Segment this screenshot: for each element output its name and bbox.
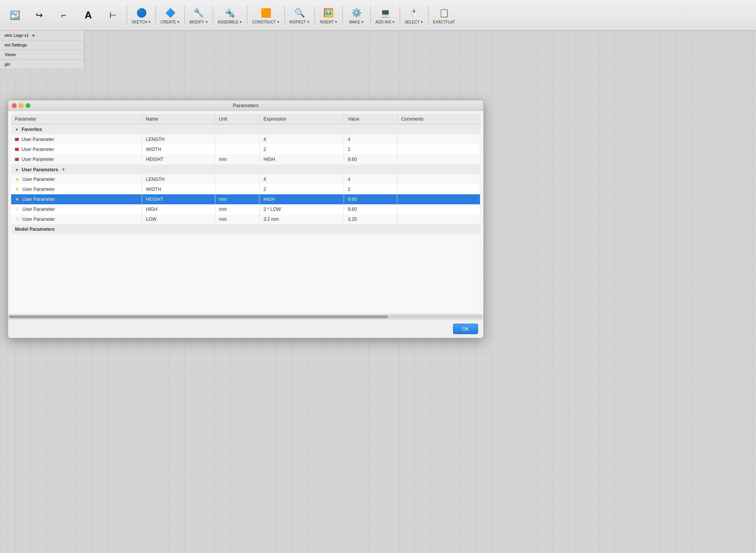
scrollbar-thumb[interactable] [9, 315, 388, 318]
tab-gin[interactable]: gin [0, 60, 84, 69]
make-arrow: ▼ [361, 20, 364, 24]
up-param-3-text: User Parameter [22, 197, 55, 202]
section-model-parameters[interactable]: Model Parameters [11, 224, 480, 234]
up-comments-4 [397, 204, 480, 214]
table-row[interactable]: ☆ User Parameter HIGH mm 3 * LOW 9.60 [11, 204, 480, 214]
up-param-5: ☆ User Parameter [11, 214, 142, 224]
up-param-4-text: User Parameter [22, 207, 55, 212]
select-icon: 🖱️ [407, 6, 421, 20]
trim-icon: ⌐ [57, 8, 71, 22]
dialog-titlebar: Parameters [8, 100, 483, 111]
fav-name-3: HEIGHT [142, 154, 215, 164]
up-unit-3: mm [215, 194, 260, 204]
sketch-icon: 🔵 [134, 6, 148, 20]
up-comments-2 [397, 184, 480, 194]
table-row-empty [11, 234, 480, 311]
horizontal-scrollbar[interactable] [8, 314, 483, 320]
tab-settings[interactable]: ent Settings [0, 40, 84, 50]
fav-comments-3 [397, 154, 480, 164]
make-icon: ⚙️ [350, 6, 364, 20]
left-panel: etric Lego v1 ✕ ent Settings Views gin [0, 31, 84, 69]
up-param-2-text: User Parameter [22, 187, 55, 192]
up-expr-1: 4 [260, 174, 344, 184]
toolbar-select[interactable]: 🖱️ SELECT ▼ [402, 5, 426, 26]
up-comments-1 [397, 174, 480, 184]
toolbar-make[interactable]: ⚙️ MAKE ▼ [345, 5, 368, 26]
table-row[interactable]: User Parameter WIDTH 2 2 [11, 144, 480, 154]
toolbar-undo[interactable]: ↩️ [3, 7, 26, 24]
section-user-parameters[interactable]: ▼ User Parameters + [11, 164, 480, 174]
toolbar-text[interactable]: A [77, 7, 100, 24]
scrollbar-track[interactable] [9, 315, 483, 318]
minimize-button[interactable] [19, 103, 23, 108]
close-button[interactable] [12, 103, 17, 108]
toolbar-history[interactable]: ↪ [28, 7, 51, 24]
fav-param-3: User Parameter [11, 154, 142, 164]
fav-param-2: User Parameter [11, 144, 142, 154]
fav-name-2: WIDTH [142, 144, 215, 154]
up-value-2: 2 [344, 184, 397, 194]
tab-close-icon[interactable]: ✕ [32, 33, 35, 38]
maximize-button[interactable] [26, 103, 30, 108]
sketch-label: SKETCH ▼ [132, 20, 151, 24]
up-comments-3 [397, 194, 480, 204]
fav-param-1: User Parameter [11, 134, 142, 144]
up-expr-2: 2 [260, 184, 344, 194]
insert-label: INSERT ▼ [320, 20, 337, 24]
toolbar-insert[interactable]: 🖼️ INSERT ▼ [317, 5, 340, 26]
toolbar-modify[interactable]: 🔧 MODIFY ▼ [187, 5, 210, 26]
sep11 [428, 6, 428, 25]
favorites-collapse-arrow[interactable]: ▼ [15, 127, 19, 132]
toolbar-create[interactable]: 🔷 CREATE ▼ [158, 5, 182, 26]
toolbar-dim[interactable]: ⊢ [101, 7, 124, 24]
tab-document[interactable]: etric Lego v1 ✕ [0, 31, 84, 40]
text-icon: A [81, 8, 95, 22]
sep8 [342, 6, 343, 25]
fav-comments-1 [397, 134, 480, 144]
exactflat-label: EXACTFLAT [433, 20, 455, 24]
col-unit: Unit [215, 114, 260, 124]
user-params-label: User Parameters [22, 167, 58, 172]
table-container[interactable]: Parameter Name Unit Expression Value Com… [8, 111, 483, 314]
section-favorites[interactable]: ▼ Favorites [11, 124, 480, 134]
toolbar-addins[interactable]: 💻 ADD-INS ▼ [373, 5, 397, 26]
toolbar: ↩️ ↪ ⌐ A ⊢ 🔵 SKETCH ▼ 🔷 CREATE ▼ 🔧 MODIF… [0, 0, 756, 31]
up-name-3: HEIGHT [142, 194, 215, 204]
toolbar-exactflat[interactable]: 📋 EXACTFLAT [431, 5, 457, 26]
table-row[interactable]: ★ User Parameter WIDTH 2 2 [11, 184, 480, 194]
red-rect-icon [15, 138, 19, 141]
modify-label: MODIFY ▼ [189, 20, 208, 24]
sep6 [285, 6, 285, 25]
user-params-collapse-arrow[interactable]: ▼ [15, 168, 19, 172]
ok-button[interactable]: OK [453, 324, 478, 334]
star-icon: ★ [15, 196, 20, 202]
add-user-param-button[interactable]: + [62, 166, 65, 172]
table-row[interactable]: User Parameter LENGTH 4 4 [11, 134, 480, 144]
toolbar-assemble[interactable]: 🔩 ASSEMBLE ▼ [215, 5, 245, 26]
dimension-icon: ⊢ [106, 8, 120, 22]
sep10 [400, 6, 400, 25]
fav-unit-1 [215, 134, 260, 144]
dialog-footer: OK [8, 320, 483, 338]
star-icon: ★ [15, 176, 20, 182]
tab-settings-label: ent Settings [5, 43, 27, 47]
toolbar-sketch[interactable]: 🔵 SKETCH ▼ [129, 5, 153, 26]
tab-views[interactable]: Views [0, 50, 84, 60]
table-row[interactable]: User Parameter HEIGHT mm HIGH 9.60 [11, 154, 480, 164]
up-name-1: LENGTH [142, 174, 215, 184]
toolbar-inspect[interactable]: 🔍 INSPECT ▼ [287, 5, 312, 26]
toolbar-trim[interactable]: ⌐ [52, 7, 75, 24]
sep4 [213, 6, 213, 25]
select-arrow: ▼ [420, 20, 423, 24]
table-row[interactable]: ☆ User Parameter LOW mm 3.2 mm 3.20 [11, 214, 480, 224]
fav-expr-3: HIGH [260, 154, 344, 164]
table-row[interactable]: ★ User Parameter LENGTH 4 4 [11, 174, 480, 184]
col-value: Value [344, 114, 397, 124]
model-params-label: Model Parameters [15, 227, 55, 232]
sep3 [184, 6, 185, 25]
table-row-selected[interactable]: ★ User Parameter HEIGHT mm HIGH 9.60 [11, 194, 480, 204]
fav-expr-1: 4 [260, 134, 344, 144]
toolbar-construct[interactable]: 🟧 CONSTRUCT ▼ [250, 5, 282, 26]
construct-arrow: ▼ [277, 20, 280, 24]
addins-icon: 💻 [378, 6, 392, 20]
